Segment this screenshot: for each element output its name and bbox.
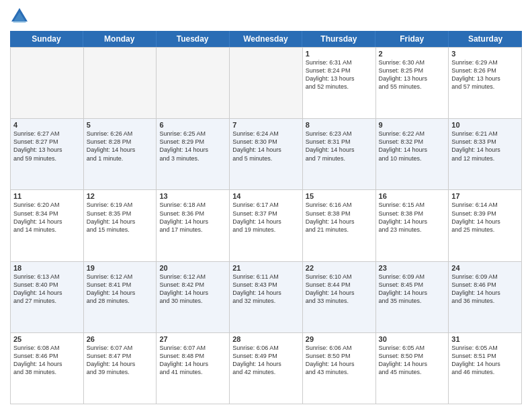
day-number: 8 bbox=[306, 121, 373, 129]
day-number: 28 bbox=[232, 335, 300, 343]
header-day-wednesday: Wednesday bbox=[230, 31, 303, 47]
day-number: 10 bbox=[451, 121, 519, 129]
day-cell-7: 7Sunrise: 6:24 AM Sunset: 8:30 PM Daylig… bbox=[230, 119, 303, 190]
day-cell-9: 9Sunrise: 6:22 AM Sunset: 8:32 PM Daylig… bbox=[376, 119, 449, 190]
day-number: 13 bbox=[159, 192, 226, 200]
day-cell-11: 11Sunrise: 6:20 AM Sunset: 8:34 PM Dayli… bbox=[11, 190, 84, 261]
day-detail: Sunrise: 6:19 AM Sunset: 8:35 PM Dayligh… bbox=[87, 201, 154, 234]
day-detail: Sunrise: 6:06 AM Sunset: 8:50 PM Dayligh… bbox=[306, 344, 373, 377]
day-cell-3: 3Sunrise: 6:29 AM Sunset: 8:26 PM Daylig… bbox=[449, 48, 522, 119]
day-detail: Sunrise: 6:13 AM Sunset: 8:40 PM Dayligh… bbox=[13, 273, 81, 306]
day-detail: Sunrise: 6:26 AM Sunset: 8:28 PM Dayligh… bbox=[87, 130, 154, 163]
day-detail: Sunrise: 6:15 AM Sunset: 8:38 PM Dayligh… bbox=[379, 201, 446, 234]
day-detail: Sunrise: 6:29 AM Sunset: 8:26 PM Dayligh… bbox=[451, 58, 519, 91]
day-cell-31: 31Sunrise: 6:05 AM Sunset: 8:51 PM Dayli… bbox=[449, 333, 522, 404]
day-detail: Sunrise: 6:24 AM Sunset: 8:30 PM Dayligh… bbox=[232, 130, 300, 163]
day-cell-18: 18Sunrise: 6:13 AM Sunset: 8:40 PM Dayli… bbox=[11, 262, 84, 333]
day-number: 19 bbox=[87, 264, 154, 272]
day-number: 11 bbox=[13, 192, 81, 200]
day-detail: Sunrise: 6:31 AM Sunset: 8:24 PM Dayligh… bbox=[306, 58, 373, 91]
day-cell-23: 23Sunrise: 6:09 AM Sunset: 8:45 PM Dayli… bbox=[376, 262, 449, 333]
day-number: 5 bbox=[87, 121, 154, 129]
day-detail: Sunrise: 6:18 AM Sunset: 8:36 PM Dayligh… bbox=[159, 201, 226, 234]
header-day-thursday: Thursday bbox=[302, 31, 375, 47]
empty-cell bbox=[84, 48, 157, 119]
day-detail: Sunrise: 6:23 AM Sunset: 8:31 PM Dayligh… bbox=[306, 130, 373, 163]
day-number: 21 bbox=[232, 264, 300, 272]
header-day-saturday: Saturday bbox=[449, 31, 522, 47]
day-detail: Sunrise: 6:22 AM Sunset: 8:32 PM Dayligh… bbox=[379, 130, 446, 163]
empty-cell bbox=[157, 48, 230, 119]
day-cell-21: 21Sunrise: 6:11 AM Sunset: 8:43 PM Dayli… bbox=[230, 262, 303, 333]
day-cell-13: 13Sunrise: 6:18 AM Sunset: 8:36 PM Dayli… bbox=[157, 190, 230, 261]
empty-cell bbox=[230, 48, 303, 119]
day-cell-10: 10Sunrise: 6:21 AM Sunset: 8:33 PM Dayli… bbox=[449, 119, 522, 190]
day-detail: Sunrise: 6:09 AM Sunset: 8:45 PM Dayligh… bbox=[379, 273, 446, 306]
day-number: 22 bbox=[306, 264, 373, 272]
day-cell-4: 4Sunrise: 6:27 AM Sunset: 8:27 PM Daylig… bbox=[11, 119, 84, 190]
day-number: 30 bbox=[379, 335, 446, 343]
day-detail: Sunrise: 6:07 AM Sunset: 8:47 PM Dayligh… bbox=[87, 344, 154, 377]
day-number: 9 bbox=[379, 121, 446, 129]
day-detail: Sunrise: 6:20 AM Sunset: 8:34 PM Dayligh… bbox=[13, 201, 81, 234]
day-detail: Sunrise: 6:05 AM Sunset: 8:51 PM Dayligh… bbox=[451, 344, 519, 377]
calendar-row-1: 4Sunrise: 6:27 AM Sunset: 8:27 PM Daylig… bbox=[11, 119, 522, 190]
day-number: 16 bbox=[379, 192, 446, 200]
day-detail: Sunrise: 6:16 AM Sunset: 8:38 PM Dayligh… bbox=[306, 201, 373, 234]
day-detail: Sunrise: 6:25 AM Sunset: 8:29 PM Dayligh… bbox=[159, 130, 226, 163]
day-cell-24: 24Sunrise: 6:09 AM Sunset: 8:46 PM Dayli… bbox=[449, 262, 522, 333]
day-detail: Sunrise: 6:17 AM Sunset: 8:37 PM Dayligh… bbox=[232, 201, 300, 234]
empty-cell bbox=[11, 48, 84, 119]
day-number: 3 bbox=[451, 50, 519, 58]
day-cell-22: 22Sunrise: 6:10 AM Sunset: 8:44 PM Dayli… bbox=[303, 262, 376, 333]
day-detail: Sunrise: 6:09 AM Sunset: 8:46 PM Dayligh… bbox=[451, 273, 519, 306]
day-cell-8: 8Sunrise: 6:23 AM Sunset: 8:31 PM Daylig… bbox=[303, 119, 376, 190]
day-detail: Sunrise: 6:11 AM Sunset: 8:43 PM Dayligh… bbox=[232, 273, 300, 306]
header-day-sunday: Sunday bbox=[10, 31, 83, 47]
day-cell-20: 20Sunrise: 6:12 AM Sunset: 8:42 PM Dayli… bbox=[157, 262, 230, 333]
day-cell-6: 6Sunrise: 6:25 AM Sunset: 8:29 PM Daylig… bbox=[157, 119, 230, 190]
day-number: 17 bbox=[451, 192, 519, 200]
calendar-header: SundayMondayTuesdayWednesdayThursdayFrid… bbox=[10, 31, 522, 47]
day-number: 14 bbox=[232, 192, 300, 200]
day-number: 27 bbox=[159, 335, 226, 343]
day-number: 12 bbox=[87, 192, 154, 200]
day-number: 29 bbox=[306, 335, 373, 343]
calendar-body: 1Sunrise: 6:31 AM Sunset: 8:24 PM Daylig… bbox=[10, 47, 522, 404]
logo-icon bbox=[10, 7, 29, 26]
header bbox=[10, 7, 522, 26]
day-cell-27: 27Sunrise: 6:07 AM Sunset: 8:48 PM Dayli… bbox=[157, 333, 230, 404]
day-cell-5: 5Sunrise: 6:26 AM Sunset: 8:28 PM Daylig… bbox=[84, 119, 157, 190]
day-cell-15: 15Sunrise: 6:16 AM Sunset: 8:38 PM Dayli… bbox=[303, 190, 376, 261]
day-number: 20 bbox=[159, 264, 226, 272]
day-detail: Sunrise: 6:21 AM Sunset: 8:33 PM Dayligh… bbox=[451, 130, 519, 163]
day-detail: Sunrise: 6:14 AM Sunset: 8:39 PM Dayligh… bbox=[451, 201, 519, 234]
calendar-row-2: 11Sunrise: 6:20 AM Sunset: 8:34 PM Dayli… bbox=[11, 190, 522, 261]
day-cell-17: 17Sunrise: 6:14 AM Sunset: 8:39 PM Dayli… bbox=[449, 190, 522, 261]
day-detail: Sunrise: 6:27 AM Sunset: 8:27 PM Dayligh… bbox=[13, 130, 81, 163]
page: SundayMondayTuesdayWednesdayThursdayFrid… bbox=[0, 0, 532, 411]
day-number: 31 bbox=[451, 335, 519, 343]
calendar: SundayMondayTuesdayWednesdayThursdayFrid… bbox=[10, 31, 522, 404]
day-cell-19: 19Sunrise: 6:12 AM Sunset: 8:41 PM Dayli… bbox=[84, 262, 157, 333]
day-number: 2 bbox=[379, 50, 446, 58]
day-cell-25: 25Sunrise: 6:08 AM Sunset: 8:46 PM Dayli… bbox=[11, 333, 84, 404]
day-cell-26: 26Sunrise: 6:07 AM Sunset: 8:47 PM Dayli… bbox=[84, 333, 157, 404]
calendar-row-0: 1Sunrise: 6:31 AM Sunset: 8:24 PM Daylig… bbox=[11, 48, 522, 119]
day-detail: Sunrise: 6:06 AM Sunset: 8:49 PM Dayligh… bbox=[232, 344, 300, 377]
day-number: 18 bbox=[13, 264, 81, 272]
calendar-row-3: 18Sunrise: 6:13 AM Sunset: 8:40 PM Dayli… bbox=[11, 262, 522, 333]
logo bbox=[10, 7, 32, 26]
day-cell-16: 16Sunrise: 6:15 AM Sunset: 8:38 PM Dayli… bbox=[376, 190, 449, 261]
day-cell-30: 30Sunrise: 6:05 AM Sunset: 8:50 PM Dayli… bbox=[376, 333, 449, 404]
day-number: 6 bbox=[159, 121, 226, 129]
day-cell-28: 28Sunrise: 6:06 AM Sunset: 8:49 PM Dayli… bbox=[230, 333, 303, 404]
day-number: 23 bbox=[379, 264, 446, 272]
day-cell-29: 29Sunrise: 6:06 AM Sunset: 8:50 PM Dayli… bbox=[303, 333, 376, 404]
day-cell-14: 14Sunrise: 6:17 AM Sunset: 8:37 PM Dayli… bbox=[230, 190, 303, 261]
day-cell-1: 1Sunrise: 6:31 AM Sunset: 8:24 PM Daylig… bbox=[303, 48, 376, 119]
day-detail: Sunrise: 6:08 AM Sunset: 8:46 PM Dayligh… bbox=[13, 344, 81, 377]
header-day-friday: Friday bbox=[375, 31, 449, 47]
day-cell-12: 12Sunrise: 6:19 AM Sunset: 8:35 PM Dayli… bbox=[84, 190, 157, 261]
header-day-tuesday: Tuesday bbox=[157, 31, 230, 47]
